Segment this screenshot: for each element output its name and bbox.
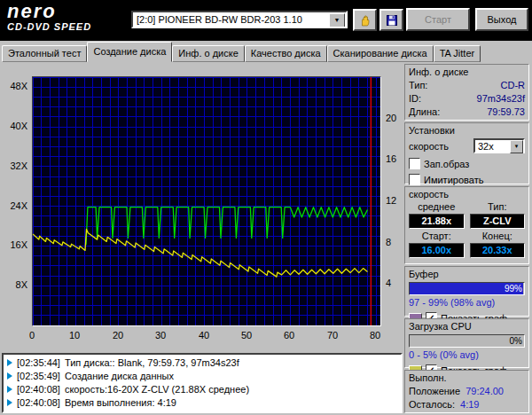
speed-chart-plot (32, 76, 381, 326)
y-axis-right-label: 12 (386, 195, 396, 206)
y-axis-label: 16X (10, 239, 27, 250)
nero-logo: nero CD-DVD SPEED (7, 2, 91, 32)
cpu-range-text: 0 - 5% (0% avg) (409, 349, 525, 360)
remaining-value: 4:19 (460, 399, 479, 410)
drive-selector[interactable]: [2:0] PIONEER BD-RW BDR-203 1.10 ▼ (131, 11, 348, 28)
chevron-down-icon[interactable]: ▼ (510, 140, 523, 153)
speed-result-panel: скорость среднее Тип: 21.88x Z-CLV Старт… (404, 186, 529, 264)
log-entry-text: Тип диска:: Blank, 79:59.73, 97m34s23f (65, 357, 239, 368)
buffer-title: Буфер (409, 269, 525, 279)
y-axis-label: 40X (10, 121, 27, 131)
log-entry-time: [02:35:49] (17, 371, 60, 381)
chart-panel: 48X40X32X24X16X8X 20161284 0102030405060… (2, 62, 403, 351)
cpu-percent: 0% (510, 335, 522, 347)
disc-length-label: Длина: (409, 106, 440, 117)
progress-title: Выполн. (409, 372, 525, 383)
y-axis-right: 20161284 (384, 76, 402, 326)
simulate-row: Имитировать (409, 174, 525, 185)
logo-subtext: CD-DVD SPEED (7, 21, 91, 32)
end-speed-value: 20.33x (470, 243, 526, 258)
x-axis: 01020304050607080 (32, 330, 381, 342)
y-axis-right-label: 4 (386, 278, 391, 288)
floppy-disk-icon (385, 13, 399, 27)
end-speed-label: Конец: (470, 231, 526, 241)
cpu-title: Загрузка CPU (409, 321, 525, 332)
tab-disc-info[interactable]: Инф. о диске (172, 45, 244, 62)
y-axis-right-label: 8 (386, 237, 391, 247)
log-entry-icon (7, 372, 12, 380)
buffer-range-text: 97 - 99% (98% avg) (409, 297, 525, 308)
record-image-label: Зап.образ (424, 159, 469, 169)
drive-selector-value: [2:0] PIONEER BD-RW BDR-203 1.10 (137, 14, 302, 25)
tab-benchmark[interactable]: Эталонный тест (2, 45, 87, 62)
disc-info-row: Тип: CD-R (409, 80, 525, 90)
simulate-label: Имитировать (424, 175, 483, 185)
speed-select-row: скорость 32x ▼ (409, 138, 525, 153)
log-entry[interactable]: [02:40:08]Время выполнения: 4:19 (5, 395, 399, 409)
speed-select-value: 32x (478, 141, 494, 152)
speed-panel-title: скорость (409, 189, 525, 200)
position-row: Положение 79:24.00 (409, 386, 525, 396)
disc-info-title: Инф. о диске (409, 67, 525, 77)
disc-length-value: 79:59.73 (487, 106, 525, 117)
hand-icon (358, 13, 372, 27)
progress-panel: Выполн. Положение 79:24.00 Осталось: 4:1… (404, 370, 529, 413)
start-speed-label: Старт: (409, 231, 465, 241)
log-list: [02:35:44]Тип диска:: Blank, 79:59.73, 9… (2, 353, 403, 413)
tab-disc-quality[interactable]: Качество диска (245, 45, 327, 62)
y-axis-right-label: 16 (386, 153, 396, 164)
x-axis-label: 70 (327, 330, 338, 341)
speed-labels-row-1: среднее Тип: (409, 201, 525, 212)
write-type-value: Z-CLV (470, 214, 526, 229)
settings-panel: Установки скорость 32x ▼ Зап.образ Имити… (404, 122, 529, 184)
log-entry[interactable]: [02:35:49]Создание диска данных (5, 369, 399, 382)
x-axis-label: 0 (29, 330, 35, 341)
buffer-percent: 99% (505, 283, 522, 294)
x-axis-label: 60 (284, 330, 294, 341)
log-entry-icon (7, 386, 12, 393)
speed-select-label: скорость (409, 141, 449, 152)
y-axis-label: 32X (10, 161, 27, 171)
tab-ta-jitter[interactable]: TA Jitter (434, 45, 481, 62)
tab-create-disc[interactable]: Создание диска (87, 42, 172, 62)
log-entry[interactable]: [02:35:44]Тип диска:: Blank, 79:59.73, 9… (5, 356, 399, 369)
disc-id-label: ID: (409, 93, 421, 104)
log-entry-time: [02:40:08] (17, 384, 60, 395)
tab-bar: Эталонный тестСоздание дискаИнф. о диске… (0, 43, 532, 62)
disc-info-row: Длина: 79:59.73 (409, 106, 525, 117)
x-axis-label: 30 (155, 330, 166, 341)
disc-type-value: CD-R (501, 80, 526, 90)
buffer-panel: Буфер 99% 97 - 99% (98% avg) ✓ Показать … (404, 266, 529, 317)
avg-speed-value: 21.88x (409, 214, 465, 229)
avg-speed-label: среднее (409, 201, 465, 212)
y-axis-label: 24X (10, 200, 27, 211)
log-entry-time: [02:40:08] (17, 397, 60, 408)
y-axis-left: 48X40X32X24X16X8X (2, 76, 29, 326)
record-image-checkbox[interactable] (409, 158, 420, 169)
settings-title: Установки (409, 125, 525, 136)
x-axis-label: 80 (370, 330, 380, 341)
chevron-down-icon[interactable]: ▼ (329, 13, 345, 27)
log-entry-icon (7, 399, 12, 406)
hand-tool-button[interactable] (353, 9, 377, 31)
write-type-label: Тип: (470, 201, 526, 212)
remaining-label: Осталось: (409, 399, 455, 410)
speed-select[interactable]: 32x ▼ (473, 138, 525, 153)
log-entry-icon (7, 359, 12, 366)
logo-text: nero (7, 2, 91, 21)
header-bar: nero CD-DVD SPEED [2:0] PIONEER BD-RW BD… (0, 0, 532, 41)
position-value: 79:24.00 (466, 386, 504, 396)
tab-scan-disc[interactable]: Сканирование диска (327, 45, 434, 62)
disc-info-panel: Инф. о диске Тип: CD-R ID: 97m34s23f Дли… (404, 64, 529, 121)
log-entry[interactable]: [02:40:08]скорость:16-20X Z-CLV (21.88X … (5, 382, 399, 395)
start-button[interactable]: Старт (406, 8, 470, 31)
y-axis-label: 48X (10, 81, 27, 91)
save-button[interactable] (379, 9, 403, 31)
cpu-level-bar: 0% (409, 334, 525, 348)
nero-cd-dvd-speed-window: nero CD-DVD SPEED [2:0] PIONEER BD-RW BD… (0, 0, 532, 415)
simulate-checkbox[interactable] (409, 174, 420, 185)
disc-type-label: Тип: (409, 80, 427, 90)
exit-button[interactable]: Выход (475, 8, 528, 31)
start-speed-value: 16.00x (409, 243, 465, 258)
record-image-row: Зап.образ (409, 158, 525, 169)
